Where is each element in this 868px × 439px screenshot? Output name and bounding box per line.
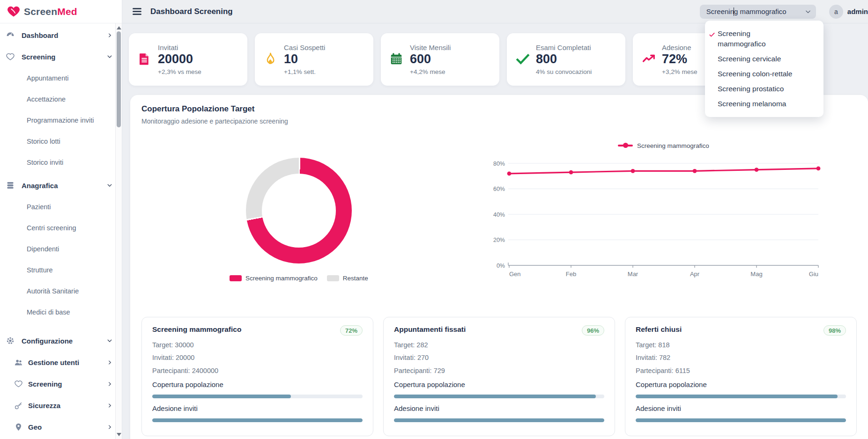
status-badge: 96% [582,325,604,336]
screening-select[interactable]: Screening mammografico [700,5,816,19]
sidebar-item-label: Screening [28,380,62,388]
brand-name-primary: Screen [24,6,57,17]
sidebar-item-centri-screening[interactable]: Centri screening [0,217,122,238]
user-menu[interactable]: a admin [829,5,868,19]
svg-text:0%: 0% [497,263,505,269]
stat-value: 10 [284,51,365,67]
stat-delta: 4% su convocazioni [536,68,617,75]
sidebar-item-strutture[interactable]: Strutture [0,259,122,280]
brand-name-accent: Med [57,6,77,17]
sidebar-item-screening[interactable]: Screening [0,46,122,67]
avatar[interactable]: a [829,5,843,19]
menu-item-label: Screening cervicale [718,55,781,63]
menu-item-label: Screening colon-rettale [718,70,792,78]
hamburger-menu-icon[interactable] [133,8,141,15]
adhesion-progress-bar [152,418,363,422]
sidebar-item-appuntamenti[interactable]: Appuntamenti [0,67,122,88]
sidebar-item-dipendenti[interactable]: Dipendenti [0,238,122,259]
calendar-icon [389,51,405,67]
sidebar-item-label: Gestione utenti [28,359,79,366]
legend-swatch [230,275,242,281]
line-legend-label: Screening mammografico [637,142,709,149]
sidebar-item-dashboard[interactable]: Dashboard [0,24,122,46]
panel-subtitle: Monitoraggio adesione e partecipazione s… [141,117,857,125]
sidebar-item-configurazione[interactable]: Configurazione [0,330,122,351]
stat-label: Casi Sospetti [284,44,365,51]
coverage-progress-bar [152,395,363,398]
summary-card-screening-mammografico[interactable]: Screening mammografico72%Target: 30000In… [141,317,373,436]
summary-card-header: Appuntamenti fissati96% [394,325,604,336]
svg-text:40%: 40% [493,212,505,218]
gauge-icon [6,30,15,40]
summary-row-target: Target: 818 [636,341,846,349]
stat-value: 20000 [158,51,239,67]
menu-item-screening-melanoma[interactable]: Screening melanoma [705,96,823,111]
sidebar-item-accettazione[interactable]: Accettazione [0,88,122,110]
sidebar-item-label: Geo [28,423,42,431]
menu-item-screening-mammografico[interactable]: Screening mammografico [705,26,823,51]
line-chart-area: Screening mammografico 0%20%40%60%80%Gen… [456,141,857,293]
svg-text:20%: 20% [493,237,505,243]
menu-item-screening-prostatico[interactable]: Screening prostatico [705,81,823,96]
brand-logo[interactable]: ScreenMed [0,0,122,23]
chevron-down-icon [107,183,112,188]
donut-legend: Screening mammograficoRestante [230,275,368,282]
stat-card-esami-completati[interactable]: Esami Completati8004% su convocazioni [507,33,625,86]
sidebar: ScreenMed DashboardScreeningAppuntamenti… [0,0,122,439]
sidebar-item-gestione-utenti[interactable]: Gestione utenti [0,351,122,373]
sidebar-item-screening[interactable]: Screening [0,373,122,395]
trend-icon [641,51,657,67]
menu-item-label: Screening mammografico [718,29,766,48]
legend-swatch [327,275,339,281]
sidebar-item-anagrafica[interactable]: Anagrafica [0,175,122,196]
coverage-progress-fill [636,395,838,398]
sidebar-item-medici-di-base[interactable]: Medici di base [0,301,122,322]
sidebar-item-label: Programmazione inviti [27,117,94,124]
stat-delta: +2,3% vs mese [158,68,239,75]
stat-value: 800 [536,51,617,67]
sidebar-item-sicurezza[interactable]: Sicurezza [0,395,122,416]
summary-cards-row: Screening mammografico72%Target: 30000In… [141,317,857,436]
stat-card-invitati[interactable]: Invitati20000+2,3% vs mese [129,33,247,86]
sidebar-scrollbar[interactable] [115,23,122,439]
menu-item-screening-cervicale[interactable]: Screening cervicale [705,51,823,66]
users-icon [14,358,23,367]
stat-card-visite-mensili[interactable]: Visite Mensili600+4,2% mese [381,33,499,86]
menu-item-label: Screening prostatico [718,85,784,93]
scroll-up-icon[interactable] [117,26,121,29]
chevron-right-icon [107,33,112,38]
sidebar-item-autorita-sanitarie[interactable]: Autorità Sanitarie [0,280,122,301]
sidebar-item-pazienti[interactable]: Pazienti [0,196,122,217]
coverage-progress-bar [636,395,846,398]
sidebar-item-programmazione-inviti[interactable]: Programmazione inviti [0,110,122,131]
line-chart: 0%20%40%60%80%GenFebMarAprMagGiu [488,153,825,293]
sidebar-item-label: Accettazione [27,95,66,103]
topbar: Dashboard Screening Screening mammografi… [122,0,868,23]
gear-icon [6,336,15,345]
stat-delta: +4,2% mese [410,68,491,75]
line-legend-marker [618,145,633,146]
legend-label: Screening mammografico [245,275,318,282]
stat-label: Invitati [158,44,239,51]
sidebar-item-storico-lotti[interactable]: Storico lotti [0,131,122,152]
summary-card-appuntamenti-fissati[interactable]: Appuntamenti fissati96%Target: 282Invita… [383,317,615,436]
sidebar-item-label: Screening [22,53,56,61]
donut-chart [246,158,352,263]
sidebar-item-storico-inviti[interactable]: Storico inviti [0,152,122,173]
scrollbar-thumb[interactable] [117,31,121,127]
coverage-progress-fill [152,395,291,398]
summary-card-referti-chiusi[interactable]: Referti chiusi98%Target: 818Invitati: 78… [625,317,857,436]
summary-row-invitati: Invitati: 270 [394,354,604,361]
sidebar-item-geo[interactable]: Geo [0,416,122,438]
menu-item-screening-colon-rettale[interactable]: Screening colon-rettale [705,66,823,81]
summary-row-target: Target: 282 [394,341,604,349]
summary-row-invitati: Invitati: 20000 [152,354,363,361]
scroll-down-icon[interactable] [117,433,121,436]
coverage-label: Copertura popolazione [152,380,363,388]
stat-card-casi-sospetti[interactable]: Casi Sospetti10+1,1% sett. [255,33,373,86]
summary-row-target: Target: 30000 [152,341,363,349]
chevron-right-icon [107,403,112,408]
pin-icon [14,423,23,432]
legend-item-restante: Restante [327,275,368,282]
sidebar-item-label: Dashboard [22,31,58,39]
